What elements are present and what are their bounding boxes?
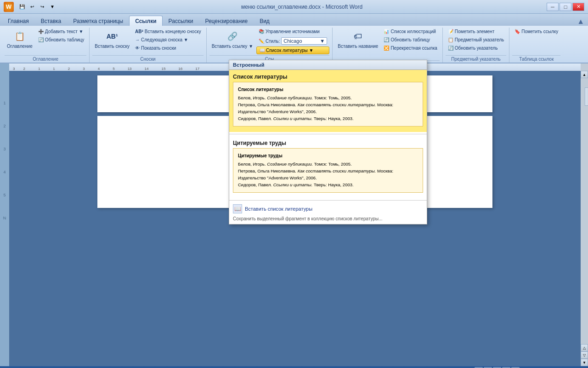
toa-group-content: 🔖 Пометить ссылку (512, 28, 560, 54)
next-fn-label: Следующая сноска ▼ (141, 37, 188, 42)
redo-quick-btn[interactable]: ↪ (38, 2, 47, 12)
save-quick-btn[interactable]: 💾 (17, 2, 27, 12)
tof-label: Список иллюстраций (390, 29, 435, 34)
ribbon-collapse-btn[interactable]: ▲ (577, 17, 584, 26)
undo-quick-btn[interactable]: ↩ (28, 2, 37, 12)
cited-works-section: Цитируемые труды Цитируемые труды Белов,… (229, 136, 427, 198)
style-label: Стиль: (266, 39, 280, 44)
footnotes-group-label: Сноски (92, 55, 203, 63)
cr-icon: 🔀 (384, 46, 389, 51)
section-divider-1 (229, 134, 427, 134)
title-bar-left: W 💾 ↩ ↪ ▼ (4, 2, 57, 12)
endnote-button[interactable]: AB² Вставить концевую сноску (133, 28, 204, 35)
title-bar: W 💾 ↩ ↪ ▼ меню ссылки_оглавление.docx - … (0, 0, 588, 14)
bibliography-preview[interactable]: Список литературы Белов, Игорь. Создание… (233, 82, 423, 126)
ribbon-group-captions: 🏷 Вставить название 📊 Список иллюстраций… (333, 28, 443, 63)
next-footnote-button[interactable]: → Следующая сноска ▼ (133, 36, 204, 44)
maximize-button[interactable]: □ (560, 3, 571, 11)
index-icon: 📋 (448, 37, 453, 42)
ribbon-content: 📋 Оглавление ➕ Добавить текст ▼ 🔄 Обнови… (0, 26, 588, 63)
tab-references[interactable]: Ссылки (129, 16, 162, 26)
window-controls: ─ □ ✕ (547, 3, 584, 11)
line-1: 1 (3, 101, 6, 105)
style-selector[interactable]: ✏️ Стиль: Chicago ▼ (256, 36, 329, 46)
scrollbar-vertical[interactable]: ▲ △ ▽ ▼ (581, 71, 588, 366)
scroll-page-down-btn[interactable]: ▽ (581, 351, 588, 359)
ribbon-group-citations: 🔗 Вставить ссылку ▼ 📚 Управление источни… (207, 28, 333, 63)
bibliography-label: Список литературы ▼ (266, 48, 313, 53)
tab-review[interactable]: Рецензирование (199, 16, 254, 26)
cr-label: Перекрестная ссылка (390, 46, 437, 51)
bibliography-icon: 📖 (260, 48, 265, 53)
ribbon-group-footnotes: AB¹ Вставить сноску AB² Вставить концеву… (90, 28, 206, 63)
bib-entry-2-3: Сидоров, Павел. Ссылки и цитаты. Тверь: … (238, 182, 418, 188)
table-of-figures-button[interactable]: 📊 Список иллюстраций (381, 28, 439, 35)
customize-quick-btn[interactable]: ▼ (48, 2, 57, 12)
toc-group-content: 📋 Оглавление ➕ Добавить текст ▼ 🔄 Обнови… (5, 28, 86, 54)
index-group-label: Предметный указатель (446, 55, 506, 63)
bib-entry-2-2: Петрова, Ольга Николаевна. Как составлят… (238, 168, 418, 181)
insert-index-button[interactable]: 📋 Предметный указатель (446, 36, 506, 44)
toc-group-label: Оглавление (5, 55, 86, 63)
ribbon-tabs: Главная Вставка Разметка страницы Ссылки… (0, 14, 588, 26)
tab-layout[interactable]: Разметка страницы (67, 16, 129, 26)
office-logo-icon[interactable]: W (4, 2, 14, 12)
mark-entry-button[interactable]: 📝 Пометить элемент (446, 28, 506, 35)
ribbon: Главная Вставка Разметка страницы Ссылки… (0, 14, 588, 63)
ribbon-group-index: 📝 Пометить элемент 📋 Предметный указател… (443, 28, 509, 63)
bibliography-section: Список литературы Список литературы Бело… (229, 70, 427, 132)
index-label: Предметный указатель (455, 37, 504, 42)
tab-insert[interactable]: Вставка (35, 16, 68, 26)
insert-footnote-button[interactable]: AB¹ Вставить сноску (92, 28, 132, 50)
caption-label: Вставить название (338, 44, 378, 49)
cross-reference-button[interactable]: 🔀 Перекрестная ссылка (381, 44, 439, 52)
bib-preview-title-1: Список литературы (238, 86, 418, 93)
toa-col: 🔖 Пометить ссылку (512, 28, 560, 35)
scroll-thumb[interactable] (585, 87, 588, 106)
uf-icon: 🔄 (384, 37, 389, 42)
uf-label: Обновить таблицу (390, 37, 430, 42)
citations-col: 📚 Управление источниками ✏️ Стиль: Chica… (256, 28, 329, 54)
show-notes-button[interactable]: 👁 Показать сноски (133, 44, 204, 52)
citation-icon: 🔗 (225, 29, 240, 44)
footnote-col: AB² Вставить концевую сноску → Следующая… (133, 28, 204, 52)
mark-entry-icon: 📝 (448, 29, 453, 34)
toa-group-label: Таблица ссылок (512, 55, 560, 63)
cited-works-preview[interactable]: Цитируемые труды Белов, Игорь. Создание … (233, 148, 423, 193)
close-button[interactable]: ✕ (572, 3, 584, 11)
style-dropdown[interactable]: Chicago ▼ (281, 37, 327, 45)
tab-mailings[interactable]: Рассылки (163, 16, 199, 26)
ui-icon: 🔄 (448, 46, 453, 51)
bib-entry-1-2: Петрова, Ольга Николаевна. Как составлят… (238, 102, 418, 115)
insert-bibliography-action[interactable]: 📖 Вставить список литературы (229, 202, 427, 215)
bibliography-button[interactable]: 📖 Список литературы ▼ (256, 46, 329, 54)
tab-view[interactable]: Вид (254, 16, 276, 26)
scroll-up-btn[interactable]: ▲ (581, 71, 588, 78)
update-index-button[interactable]: 🔄 Обновить указатель (446, 44, 506, 52)
ribbon-group-table-of-authorities: 🔖 Пометить ссылку Таблица ссылок (509, 28, 563, 63)
manage-sources-icon: 📚 (259, 29, 264, 34)
scroll-down-btn[interactable]: ▼ (581, 359, 588, 366)
style-arrow-icon: ▼ (320, 38, 325, 44)
ribbon-group-toc: 📋 Оглавление ➕ Добавить текст ▼ 🔄 Обнови… (2, 28, 90, 63)
citation-label: Вставить ссылку ▼ (212, 44, 253, 49)
insert-bib-label: Вставить список литературы (245, 206, 312, 212)
bib-preview-title-2: Цитируемые труды (238, 152, 418, 159)
insert-citation-button[interactable]: 🔗 Вставить ссылку ▼ (209, 28, 255, 50)
toc-col: ➕ Добавить текст ▼ 🔄 Обновить таблицу (36, 28, 87, 44)
section-divider-2 (229, 200, 427, 201)
update-figures-button[interactable]: 🔄 Обновить таблицу (381, 36, 439, 44)
toc-button[interactable]: 📋 Оглавление (5, 28, 35, 50)
mark-citation-button[interactable]: 🔖 Пометить ссылку (512, 28, 560, 35)
add-text-label: Добавить текст ▼ (45, 29, 84, 34)
scroll-page-up-btn[interactable]: △ (581, 344, 588, 351)
show-notes-label: Показать сноски (141, 46, 176, 51)
update-table-button[interactable]: 🔄 Обновить таблицу (36, 36, 87, 44)
add-text-button[interactable]: ➕ Добавить текст ▼ (36, 28, 87, 35)
minimize-button[interactable]: ─ (547, 3, 559, 11)
insert-caption-button[interactable]: 🏷 Вставить название (335, 28, 380, 50)
bib-entry-1-3: Сидоров, Павел. Ссылки и цитаты. Тверь: … (238, 115, 418, 122)
tab-home[interactable]: Главная (2, 16, 35, 26)
manage-sources-button[interactable]: 📚 Управление источниками (256, 28, 329, 35)
caption-icon: 🏷 (351, 29, 365, 44)
